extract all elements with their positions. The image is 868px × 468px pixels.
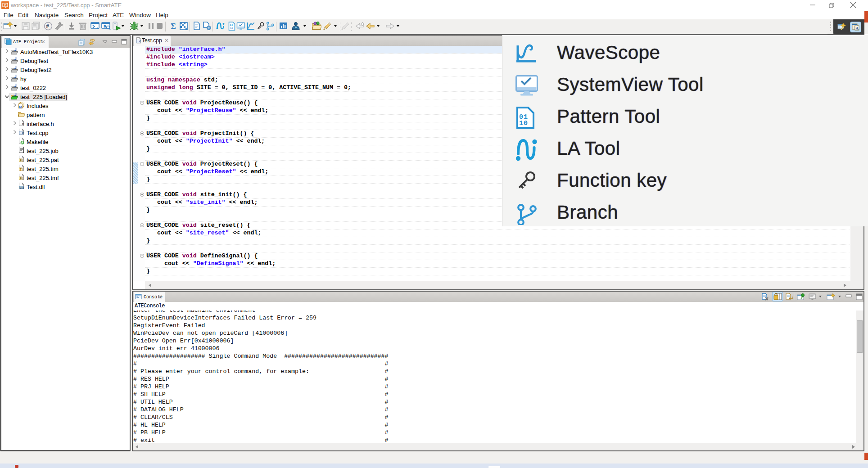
svg-text:10: 10	[519, 120, 528, 127]
svg-text:10: 10	[230, 27, 234, 30]
svg-text:#: #	[46, 23, 49, 29]
svg-text:A: A	[856, 26, 859, 31]
svg-text:Σ: Σ	[171, 22, 176, 31]
